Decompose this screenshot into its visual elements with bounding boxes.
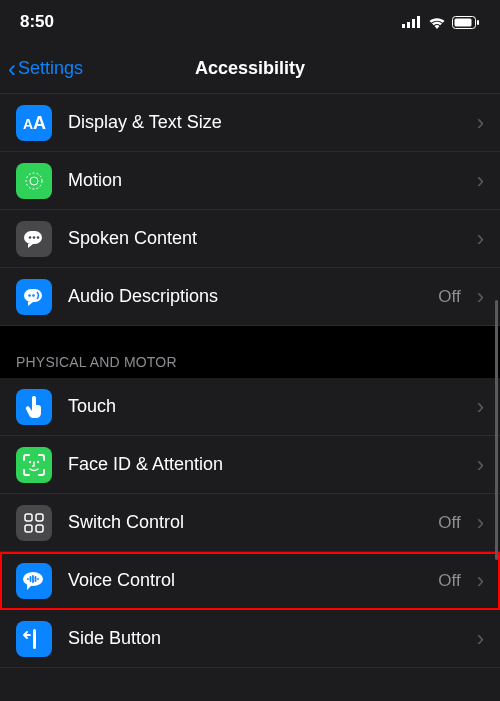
row-audio-descriptions[interactable]: Audio Descriptions Off › bbox=[0, 268, 500, 326]
chevron-right-icon: › bbox=[477, 284, 484, 310]
row-label: Touch bbox=[68, 396, 461, 417]
svg-rect-1 bbox=[407, 22, 410, 28]
svg-rect-5 bbox=[455, 18, 472, 26]
scrollbar[interactable] bbox=[495, 300, 498, 560]
status-bar: 8:50 bbox=[0, 0, 500, 44]
chevron-right-icon: › bbox=[477, 568, 484, 594]
cellular-icon bbox=[402, 16, 422, 28]
status-time: 8:50 bbox=[20, 12, 54, 32]
row-touch[interactable]: Touch › bbox=[0, 378, 500, 436]
row-label: Switch Control bbox=[68, 512, 422, 533]
row-spoken-content[interactable]: Spoken Content › bbox=[0, 210, 500, 268]
svg-rect-25 bbox=[33, 629, 36, 649]
chevron-right-icon: › bbox=[477, 110, 484, 136]
svg-rect-6 bbox=[477, 20, 479, 25]
motion-icon bbox=[16, 163, 52, 199]
back-button[interactable]: ‹ Settings bbox=[8, 57, 83, 81]
svg-point-18 bbox=[29, 460, 31, 462]
row-voice-control[interactable]: Voice Control Off › bbox=[0, 552, 500, 610]
row-label: Side Button bbox=[68, 628, 461, 649]
row-label: Face ID & Attention bbox=[68, 454, 461, 475]
status-indicators bbox=[402, 16, 480, 29]
svg-rect-0 bbox=[402, 24, 405, 28]
chevron-left-icon: ‹ bbox=[8, 57, 16, 81]
svg-rect-20 bbox=[25, 514, 32, 521]
row-display-text-size[interactable]: AA Display & Text Size › bbox=[0, 94, 500, 152]
section-header-physical: Physical and Motor bbox=[0, 332, 500, 378]
row-label: Audio Descriptions bbox=[68, 286, 422, 307]
text-size-icon: AA bbox=[16, 105, 52, 141]
voice-control-icon bbox=[16, 563, 52, 599]
page-title: Accessibility bbox=[195, 58, 305, 79]
svg-text:A: A bbox=[23, 116, 33, 132]
svg-point-10 bbox=[30, 177, 38, 185]
chevron-right-icon: › bbox=[477, 168, 484, 194]
audio-descriptions-icon bbox=[16, 279, 52, 315]
svg-point-13 bbox=[33, 236, 36, 239]
settings-list: AA Display & Text Size › Motion › Spoken… bbox=[0, 94, 500, 668]
switch-control-icon bbox=[16, 505, 52, 541]
svg-rect-3 bbox=[417, 16, 420, 28]
svg-point-14 bbox=[37, 236, 40, 239]
row-face-id[interactable]: Face ID & Attention › bbox=[0, 436, 500, 494]
row-label: Motion bbox=[68, 170, 461, 191]
svg-rect-2 bbox=[412, 19, 415, 28]
face-id-icon bbox=[16, 447, 52, 483]
chevron-right-icon: › bbox=[477, 626, 484, 652]
svg-point-12 bbox=[29, 236, 32, 239]
back-label: Settings bbox=[18, 58, 83, 79]
svg-point-17 bbox=[32, 294, 35, 297]
chevron-right-icon: › bbox=[477, 226, 484, 252]
row-value: Off bbox=[438, 571, 460, 591]
row-label: Display & Text Size bbox=[68, 112, 461, 133]
row-value: Off bbox=[438, 513, 460, 533]
touch-icon bbox=[16, 389, 52, 425]
svg-point-9 bbox=[26, 173, 42, 189]
svg-rect-23 bbox=[36, 525, 43, 532]
row-value: Off bbox=[438, 287, 460, 307]
row-label: Spoken Content bbox=[68, 228, 461, 249]
chevron-right-icon: › bbox=[477, 510, 484, 536]
row-label: Voice Control bbox=[68, 570, 422, 591]
row-motion[interactable]: Motion › bbox=[0, 152, 500, 210]
svg-rect-21 bbox=[36, 514, 43, 521]
wifi-icon bbox=[428, 16, 446, 29]
chevron-right-icon: › bbox=[477, 452, 484, 478]
svg-rect-22 bbox=[25, 525, 32, 532]
battery-icon bbox=[452, 16, 480, 29]
chevron-right-icon: › bbox=[477, 394, 484, 420]
spoken-content-icon bbox=[16, 221, 52, 257]
side-button-icon bbox=[16, 621, 52, 657]
navigation-bar: ‹ Settings Accessibility bbox=[0, 44, 500, 94]
svg-point-19 bbox=[37, 460, 39, 462]
row-switch-control[interactable]: Switch Control Off › bbox=[0, 494, 500, 552]
row-side-button[interactable]: Side Button › bbox=[0, 610, 500, 668]
svg-text:A: A bbox=[33, 114, 46, 132]
svg-point-16 bbox=[28, 294, 31, 297]
